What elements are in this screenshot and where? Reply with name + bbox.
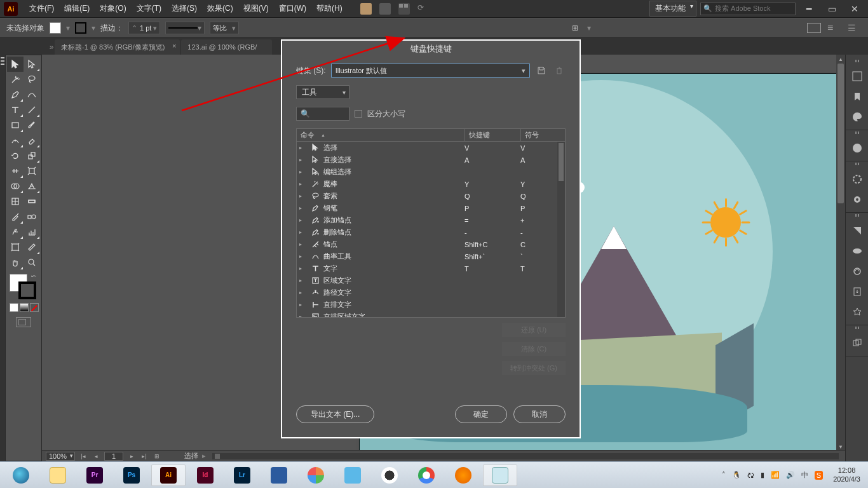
panel-menu-icon[interactable] [848, 23, 862, 33]
stroke-weight-input[interactable]: ⌃1 pt▾ [128, 22, 160, 34]
tray-ime-icon[interactable]: 中 [801, 470, 808, 480]
delete-keyset-icon[interactable] [553, 64, 566, 77]
libraries-panel-icon[interactable] [846, 86, 868, 107]
document-tab-2[interactable]: 123.ai @ 100% (RGB/ [181, 39, 272, 55]
prefs-icon[interactable] [827, 23, 841, 33]
menu-item[interactable]: 窗口(W) [274, 3, 311, 14]
last-artboard-btn[interactable]: ▸| [140, 452, 149, 460]
stroke-style-select[interactable]: ▾ [165, 22, 205, 34]
screen-mode-btn[interactable] [16, 317, 31, 327]
free-transform-tool[interactable] [24, 163, 40, 179]
keyset-select[interactable]: Illustrator 默认值 [331, 64, 530, 78]
taskbar-browser[interactable] [4, 464, 38, 486]
menu-item[interactable]: 文件(F) [24, 3, 59, 14]
stock-icon[interactable] [379, 3, 391, 15]
shortcut-row[interactable]: 锚点Shift+CC [297, 238, 565, 250]
line-tool[interactable] [24, 102, 40, 118]
taskbar-photoshop[interactable]: Ps [114, 464, 149, 486]
category-select[interactable]: 工具 [296, 85, 349, 99]
taskbar-firefox[interactable] [446, 464, 480, 486]
shortcut-row[interactable]: 魔棒YY [297, 178, 565, 190]
blend-tool[interactable] [24, 209, 40, 224]
swatches-panel-icon[interactable] [846, 169, 868, 189]
workspace-switcher[interactable]: 基本功能 [649, 1, 696, 17]
direct-selection-tool[interactable] [24, 57, 40, 72]
shortcut-row[interactable]: 添加锚点=+ [297, 214, 565, 226]
bridge-icon[interactable] [360, 3, 372, 15]
tray-network-icon[interactable]: ▮ [761, 471, 764, 479]
tray-expand-icon[interactable]: ˄ [722, 471, 726, 479]
type-tool[interactable] [7, 102, 24, 118]
zoom-tool[interactable] [24, 255, 40, 270]
asset-export-icon[interactable] [846, 281, 868, 302]
slice-tool[interactable] [24, 240, 40, 255]
curvature-tool[interactable] [24, 87, 40, 102]
taskbar-indesign[interactable]: Id [188, 464, 222, 486]
hand-tool[interactable] [7, 255, 24, 270]
fill-swatch[interactable] [50, 22, 61, 34]
taskbar-explorer[interactable] [41, 464, 75, 486]
shortcut-row[interactable]: 曲率工具Shift+`` [297, 250, 565, 262]
shortcut-row[interactable]: 删除锚点-- [297, 226, 565, 238]
taskbar-chrome[interactable] [409, 464, 444, 486]
taskbar-lightroom[interactable]: Lr [225, 464, 259, 486]
artboard-number[interactable]: 1 [104, 452, 123, 461]
taskbar-notepad[interactable] [483, 464, 517, 486]
horizontal-scrollbar[interactable] [212, 453, 839, 459]
close-button[interactable]: ✕ [845, 3, 864, 15]
menu-item[interactable]: 效果(C) [202, 3, 238, 14]
taskbar-app2[interactable] [299, 464, 333, 486]
restore-button[interactable]: ▭ [822, 3, 841, 15]
shortcut-row[interactable]: 编组选择 [297, 166, 565, 178]
taskbar-app1[interactable] [262, 464, 296, 486]
search-stock-input[interactable]: 🔍 搜索 Adobe Stock [700, 3, 796, 15]
menu-item[interactable]: 对象(O) [95, 3, 131, 14]
artboard-tool[interactable] [7, 240, 24, 255]
tab-expand-icon[interactable]: » [48, 39, 55, 55]
color-panel-icon[interactable] [846, 107, 868, 127]
tray-wifi-icon[interactable]: 📶 [771, 471, 780, 479]
scale-tool[interactable] [24, 148, 40, 163]
gradient-mode-btn[interactable] [20, 303, 29, 312]
width-tool[interactable] [7, 163, 24, 179]
taskbar-app3[interactable] [336, 464, 370, 486]
cancel-button[interactable]: 取消 [513, 405, 566, 423]
tray-qq-icon[interactable]: 🐧 [732, 471, 741, 479]
rotate-tool[interactable] [7, 148, 24, 163]
col-symbol[interactable]: 符号 [520, 129, 565, 141]
list-scrollbar[interactable] [557, 142, 565, 317]
magic-wand-tool[interactable] [7, 72, 24, 87]
mesh-tool[interactable] [7, 194, 24, 209]
menu-item[interactable]: 视图(V) [238, 3, 274, 14]
menu-item[interactable]: 编辑(E) [59, 3, 95, 14]
lasso-tool[interactable] [24, 72, 40, 87]
taskbar-illustrator[interactable]: Ai [151, 464, 186, 486]
artboard-nav-btn[interactable]: ⊞ [153, 452, 161, 460]
selection-tool[interactable] [7, 57, 24, 72]
prev-artboard-btn[interactable]: ◂ [92, 452, 100, 460]
color-mode-btn[interactable] [10, 303, 18, 312]
menu-item[interactable]: 选择(S) [166, 3, 202, 14]
variable-width-select[interactable]: 等比▾ [210, 22, 239, 34]
gradient-tool[interactable] [24, 194, 40, 209]
shortcut-row[interactable]: 直排区域文字 [297, 311, 565, 317]
shortcut-row[interactable]: 路径文字 [297, 287, 565, 299]
symbol-sprayer-tool[interactable] [7, 224, 24, 240]
graphic-styles-icon[interactable] [846, 261, 868, 281]
shortcut-row[interactable]: 直接选择AA [297, 154, 565, 166]
shortcut-row[interactable]: 选择VV [297, 142, 565, 154]
shortcut-row[interactable]: 文字TT [297, 262, 565, 274]
save-keyset-icon[interactable] [535, 64, 548, 77]
symbols-panel-icon[interactable] [846, 302, 868, 322]
export-text-button[interactable]: 导出文本 (E)... [296, 405, 374, 423]
stroke-color[interactable] [18, 281, 36, 299]
close-icon[interactable]: × [172, 42, 176, 50]
next-artboard-btn[interactable]: ▸ [127, 452, 136, 460]
appearance-panel-icon[interactable] [846, 241, 868, 261]
graph-tool[interactable] [24, 224, 40, 240]
none-mode-btn[interactable] [30, 303, 39, 312]
document-tab-1[interactable]: 未标题-1 @ 83% (RGB/像素预览)× [55, 39, 180, 55]
menu-item[interactable]: 帮助(H) [311, 3, 348, 14]
swap-icon[interactable]: ⤺ [31, 273, 36, 280]
cc-panel-icon[interactable] [846, 138, 868, 158]
